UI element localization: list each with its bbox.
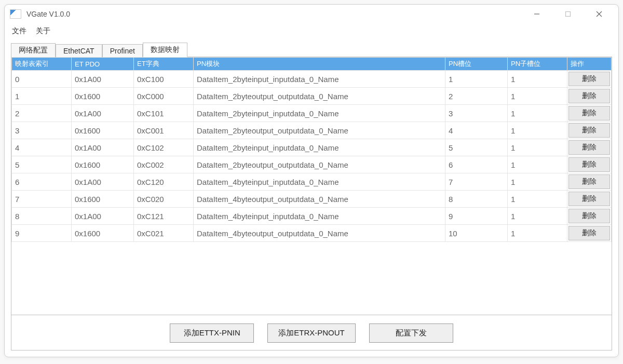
table-row[interactable]: 30x16000xC001DataItem_2byteoutput_output… — [12, 122, 612, 139]
close-button[interactable] — [591, 7, 607, 21]
cell-etdict: 0xC120 — [134, 173, 194, 191]
col-header-etpdo[interactable]: ET PDO — [72, 58, 134, 71]
cell-etpdo: 0x1600 — [72, 191, 134, 208]
cell-pnmodule: DataItem_2byteoutput_outputdata_0_Name — [194, 156, 445, 173]
col-header-pnmodule[interactable]: PN模块 — [194, 58, 445, 71]
tab-data-mapping[interactable]: 数据映射 — [143, 43, 187, 57]
cell-etpdo: 0x1600 — [72, 88, 134, 105]
delete-button[interactable]: 删除 — [568, 226, 610, 240]
menu-about[interactable]: 关于 — [36, 26, 50, 36]
cell-pnsubslot: 1 — [508, 105, 567, 122]
cell-etdict: 0xC020 — [134, 191, 194, 208]
cell-pnmodule: DataItem_2byteoutput_outputdata_0_Name — [194, 88, 445, 105]
col-header-pnslot[interactable]: PN槽位 — [445, 58, 508, 71]
table-row[interactable]: 80x1A000xC121DataItem_4byteinput_inputda… — [12, 208, 612, 225]
add-etrx-pnout-button[interactable]: 添加ETRX-PNOUT — [267, 323, 356, 343]
mapping-grid-wrap: 映射表索引 ET PDO ET字典 PN模块 PN槽位 PN子槽位 操作 00x… — [11, 57, 612, 315]
cell-pnsubslot: 1 — [508, 173, 567, 191]
delete-button[interactable]: 删除 — [568, 174, 610, 189]
deploy-config-button[interactable]: 配置下发 — [369, 323, 453, 343]
table-row[interactable]: 20x1A000xC101DataItem_2byteinput_inputda… — [12, 105, 612, 122]
cell-op: 删除 — [567, 173, 612, 191]
cell-op: 删除 — [567, 122, 612, 139]
cell-pnsubslot: 1 — [508, 71, 567, 88]
delete-button[interactable]: 删除 — [568, 209, 610, 223]
cell-etdict: 0xC001 — [134, 122, 194, 139]
cell-op: 删除 — [567, 156, 612, 173]
cell-index: 6 — [12, 173, 72, 191]
cell-etdict: 0xC102 — [134, 139, 194, 156]
cell-pnsubslot: 1 — [508, 88, 567, 105]
cell-index: 8 — [12, 208, 72, 225]
close-icon — [596, 11, 602, 17]
cell-op: 删除 — [567, 71, 612, 88]
cell-etpdo: 0x1600 — [72, 156, 134, 173]
cell-pnslot: 6 — [445, 156, 508, 173]
maximize-button[interactable] — [560, 7, 576, 21]
cell-pnmodule: DataItem_2byteinput_inputdata_0_Name — [194, 105, 445, 122]
table-row[interactable]: 50x16000xC002DataItem_2byteoutput_output… — [12, 156, 612, 173]
cell-pnmodule: DataItem_4byteinput_inputdata_0_Name — [194, 208, 445, 225]
cell-index: 2 — [12, 105, 72, 122]
titlebar: VGate V1.0.0 — [5, 5, 618, 23]
table-row[interactable]: 70x16000xC020DataItem_4byteoutput_output… — [12, 191, 612, 208]
cell-op: 删除 — [567, 88, 612, 105]
svg-rect-1 — [566, 12, 571, 17]
cell-pnmodule: DataItem_2byteinput_inputdata_0_Name — [194, 139, 445, 156]
cell-pnslot: 1 — [445, 71, 508, 88]
tab-profinet[interactable]: Profinet — [102, 44, 143, 57]
delete-button[interactable]: 删除 — [568, 72, 610, 86]
tab-ethercat[interactable]: EthetCAT — [56, 44, 102, 57]
delete-button[interactable]: 删除 — [568, 192, 610, 206]
cell-index: 1 — [12, 88, 72, 105]
delete-button[interactable]: 删除 — [568, 123, 610, 138]
delete-button[interactable]: 删除 — [568, 140, 610, 155]
cell-pnslot: 4 — [445, 122, 508, 139]
cell-pnslot: 7 — [445, 173, 508, 191]
cell-op: 删除 — [567, 225, 612, 242]
table-row[interactable]: 90x16000xC021DataItem_4byteoutput_output… — [12, 225, 612, 242]
menubar: 文件 关于 — [5, 23, 618, 39]
cell-op: 删除 — [567, 208, 612, 225]
cell-pnmodule: DataItem_2byteoutput_outputdata_0_Name — [194, 122, 445, 139]
cell-etdict: 0xC000 — [134, 88, 194, 105]
cell-pnslot: 9 — [445, 208, 508, 225]
col-header-op[interactable]: 操作 — [567, 58, 612, 71]
col-header-index[interactable]: 映射表索引 — [12, 58, 72, 71]
cell-index: 3 — [12, 122, 72, 139]
cell-pnsubslot: 1 — [508, 208, 567, 225]
app-icon — [10, 9, 21, 19]
cell-index: 9 — [12, 225, 72, 242]
table-row[interactable]: 40x1A000xC102DataItem_2byteinput_inputda… — [12, 139, 612, 156]
cell-etpdo: 0x1600 — [72, 225, 134, 242]
delete-button[interactable]: 删除 — [568, 106, 610, 120]
cell-etpdo: 0x1A00 — [72, 105, 134, 122]
cell-index: 0 — [12, 71, 72, 88]
delete-button[interactable]: 删除 — [568, 157, 610, 172]
cell-pnsubslot: 1 — [508, 156, 567, 173]
cell-etpdo: 0x1A00 — [72, 173, 134, 191]
tabstrip: 网络配置 EthetCAT Profinet 数据映射 — [11, 41, 612, 57]
menu-file[interactable]: 文件 — [12, 26, 26, 36]
cell-index: 7 — [12, 191, 72, 208]
cell-etdict: 0xC121 — [134, 208, 194, 225]
cell-pnmodule: DataItem_2byteinput_inputdata_0_Name — [194, 71, 445, 88]
minimize-icon — [534, 11, 540, 17]
cell-etpdo: 0x1A00 — [72, 208, 134, 225]
cell-etdict: 0xC021 — [134, 225, 194, 242]
window-controls — [529, 7, 613, 21]
add-ettx-pnin-button[interactable]: 添加ETTX-PNIN — [170, 323, 254, 343]
table-row[interactable]: 60x1A000xC120DataItem_4byteinput_inputda… — [12, 173, 612, 191]
content-area: 网络配置 EthetCAT Profinet 数据映射 映射表索引 ET PDO… — [5, 39, 618, 357]
minimize-button[interactable] — [529, 7, 545, 21]
bottom-toolbar: 添加ETTX-PNIN 添加ETRX-PNOUT 配置下发 — [11, 315, 612, 350]
delete-button[interactable]: 删除 — [568, 89, 610, 103]
cell-pnmodule: DataItem_4byteinput_inputdata_0_Name — [194, 173, 445, 191]
tab-network-config[interactable]: 网络配置 — [11, 43, 56, 57]
table-row[interactable]: 00x1A000xC100DataItem_2byteinput_inputda… — [12, 71, 612, 88]
table-row[interactable]: 10x16000xC000DataItem_2byteoutput_output… — [12, 88, 612, 105]
col-header-etdict[interactable]: ET字典 — [134, 58, 194, 71]
cell-pnmodule: DataItem_4byteoutput_outputdata_0_Name — [194, 191, 445, 208]
cell-pnslot: 5 — [445, 139, 508, 156]
col-header-pnsubslot[interactable]: PN子槽位 — [508, 58, 567, 71]
